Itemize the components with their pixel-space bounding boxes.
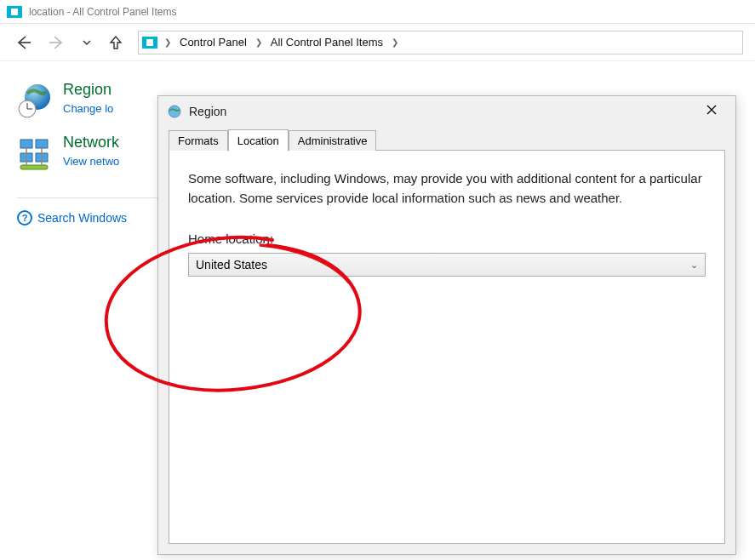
tab-formats[interactable]: Formats (169, 130, 228, 151)
cp-item-network[interactable]: Network View netwo (17, 134, 157, 172)
cp-title-network: Network (63, 134, 119, 151)
cp-link-network[interactable]: View netwo (63, 155, 119, 168)
control-panel-icon (142, 37, 157, 49)
search-windows-label: Search Windows (37, 211, 127, 225)
region-dialog: Region Formats Location Administrative S… (157, 95, 736, 555)
chevron-down-icon: ⌄ (690, 260, 698, 271)
address-bar[interactable]: ❯ Control Panel ❯ All Control Panel Item… (138, 31, 743, 54)
home-location-dropdown[interactable]: United States ⌄ (188, 253, 706, 277)
chevron-right-icon: ❯ (388, 37, 402, 47)
recent-dropdown[interactable] (80, 36, 94, 49)
dialog-globe-icon (167, 104, 182, 119)
svg-rect-11 (20, 165, 48, 169)
back-button[interactable] (12, 31, 34, 54)
cp-link-region[interactable]: Change lo (63, 102, 113, 115)
home-location-value: United States (196, 258, 267, 271)
control-panel-items: Region Change lo Network View netwo (17, 82, 157, 226)
cp-title-region: Region (63, 82, 113, 99)
region-globe-icon (17, 82, 54, 119)
svg-rect-8 (36, 140, 48, 148)
tab-strip: Formats Location Administrative (158, 127, 735, 151)
breadcrumb-path[interactable]: All Control Panel Items (267, 34, 386, 50)
help-icon: ? (17, 210, 32, 226)
svg-rect-7 (20, 140, 32, 148)
window-title: location - All Control Panel Items (29, 6, 176, 18)
dialog-title: Region (189, 105, 686, 118)
tab-location[interactable]: Location (228, 129, 289, 151)
location-info-text: Some software, including Windows, may pr… (188, 169, 706, 208)
window-titlebar: location - All Control Panel Items (0, 0, 755, 24)
chevron-right-icon: ❯ (161, 37, 174, 47)
forward-button[interactable] (46, 31, 68, 54)
breadcrumb-root[interactable]: Control Panel (176, 34, 250, 50)
network-icon (17, 134, 54, 172)
nav-toolbar: ❯ Control Panel ❯ All Control Panel Item… (0, 24, 755, 61)
search-windows-link[interactable]: ? Search Windows (17, 197, 157, 226)
tab-administrative[interactable]: Administrative (289, 130, 377, 151)
cp-item-region[interactable]: Region Change lo (17, 82, 157, 119)
close-button[interactable] (693, 97, 730, 123)
dialog-titlebar[interactable]: Region (158, 96, 735, 127)
dialog-body: Some software, including Windows, may pr… (169, 151, 725, 544)
window-icon (7, 6, 22, 18)
home-location-label: Home location: (188, 231, 706, 246)
chevron-right-icon: ❯ (252, 37, 266, 47)
up-button[interactable] (106, 32, 126, 53)
